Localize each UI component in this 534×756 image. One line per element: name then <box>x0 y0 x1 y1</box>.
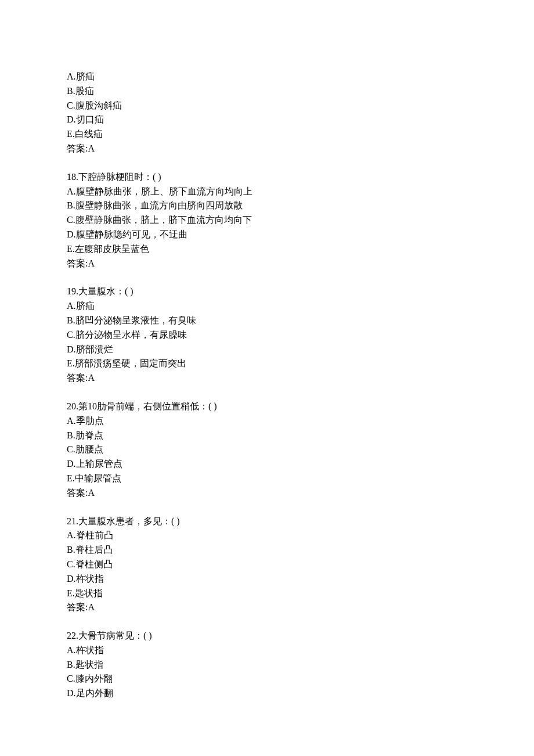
option-e: E.匙状指 <box>67 586 467 601</box>
question-text: 第10肋骨前端，右侧位置稍低：( ) <box>78 401 217 411</box>
option-text: 脊柱后凸 <box>75 545 113 555</box>
option-e: E.中输尿管点 <box>67 471 467 486</box>
option-c: C.肋腰点 <box>67 442 467 457</box>
option-letter: A <box>67 71 74 81</box>
question-block: 21.大量腹水患者，多见：( ) A.脊柱前凸 B.脊柱后凸 C.脊柱侧凸 D.… <box>67 514 467 615</box>
option-text: 肋脊点 <box>75 430 103 440</box>
option-text: 白线疝 <box>75 129 103 139</box>
question-stem: 19.大量腹水：( ) <box>67 285 467 299</box>
option-text: 上输尿管点 <box>76 459 122 469</box>
answer-label: 答案: <box>67 488 88 498</box>
option-letter: C <box>67 100 73 110</box>
question-number: 20. <box>67 401 78 411</box>
option-text: 切口疝 <box>76 114 104 124</box>
answer-line: 答案:A <box>67 600 467 615</box>
option-a: A.脐疝 <box>67 70 467 84</box>
answer-line: 答案:A <box>67 371 467 386</box>
option-text: 中输尿管点 <box>75 473 121 483</box>
option-d: D.腹壁静脉隐约可见，不迂曲 <box>67 228 467 242</box>
option-text: 左腹部皮肤呈蓝色 <box>75 244 149 254</box>
option-text: 脊柱侧凸 <box>75 559 113 569</box>
option-text: 脐疝 <box>76 71 95 81</box>
question-text: 大骨节病常见：( ) <box>78 631 152 640</box>
question-number: 19. <box>67 286 78 296</box>
option-b: B.股疝 <box>67 84 467 99</box>
option-letter: C <box>67 674 73 683</box>
answer-line: 答案:A <box>67 142 467 156</box>
option-text: 脊柱前凸 <box>76 530 113 540</box>
option-a: A.脊柱前凸 <box>67 528 467 543</box>
option-d: D.足内外翻 <box>67 686 467 701</box>
option-letter: C <box>67 330 73 340</box>
option-letter: C <box>67 215 73 225</box>
option-b: B.匙状指 <box>67 658 467 672</box>
answer-value: A <box>88 373 95 383</box>
option-letter: B <box>67 315 73 325</box>
question-number: 22. <box>67 631 78 640</box>
option-text: 肋腰点 <box>75 444 103 454</box>
option-e: E.左腹部皮肤呈蓝色 <box>67 242 467 257</box>
option-b: B.腹壁静脉曲张，血流方向由脐向四周放散 <box>67 199 467 213</box>
option-letter: D <box>67 459 74 469</box>
answer-value: A <box>88 602 95 612</box>
question-block: A.脐疝 B.股疝 C.腹股沟斜疝 D.切口疝 E.白线疝 答案:A <box>67 70 467 156</box>
option-text: 腹壁静脉曲张，血流方向由脐向四周放散 <box>75 200 243 210</box>
question-block: 19.大量腹水：( ) A.脐疝 B.脐凹分泌物呈浆液性，有臭味 C.脐分泌物呈… <box>67 285 467 386</box>
option-a: A.腹壁静脉曲张，脐上、脐下血流方向均向上 <box>67 185 467 199</box>
option-d: D.脐部溃烂 <box>67 343 467 357</box>
answer-label: 答案: <box>67 602 88 612</box>
option-letter: E <box>67 473 73 483</box>
question-text: 下腔静脉梗阻时：( ) <box>78 172 161 182</box>
option-letter: B <box>67 86 73 96</box>
question-stem: 22.大骨节病常见：( ) <box>67 629 467 643</box>
option-text: 匙状指 <box>75 588 103 598</box>
option-a: A.杵状指 <box>67 643 467 658</box>
option-letter: D <box>67 574 74 584</box>
option-text: 股疝 <box>75 86 94 96</box>
question-text: 大量腹水患者，多见：( ) <box>78 516 180 526</box>
option-e: E.白线疝 <box>67 127 467 142</box>
option-text: 季肋点 <box>76 416 104 426</box>
option-text: 脐凹分泌物呈浆液性，有臭味 <box>75 315 196 325</box>
option-letter: E <box>67 588 73 598</box>
option-letter: D <box>67 688 74 698</box>
option-text: 脐部溃疡坚硬，固定而突出 <box>75 358 186 368</box>
option-text: 腹壁静脉隐约可见，不迂曲 <box>76 229 187 239</box>
answer-value: A <box>88 258 95 268</box>
option-letter: E <box>67 129 73 139</box>
option-b: B.肋脊点 <box>67 429 467 443</box>
option-d: D.杵状指 <box>67 572 467 586</box>
question-block: 22.大骨节病常见：( ) A.杵状指 B.匙状指 C.膝内外翻 D.足内外翻 <box>67 629 467 701</box>
option-text: 脐部溃烂 <box>76 344 113 354</box>
option-text: 腹股沟斜疝 <box>75 100 122 110</box>
option-c: C.腹壁静脉曲张，脐上，脐下血流方向均向下 <box>67 213 467 228</box>
question-stem: 18.下腔静脉梗阻时：( ) <box>67 170 467 185</box>
option-text: 足内外翻 <box>76 688 113 698</box>
option-b: B.脊柱后凸 <box>67 543 467 557</box>
question-text: 大量腹水：( ) <box>78 286 134 296</box>
option-letter: A <box>67 186 74 196</box>
option-text: 匙状指 <box>75 660 103 669</box>
option-text: 杵状指 <box>76 645 104 655</box>
question-block: 20.第10肋骨前端，右侧位置稍低：( ) A.季肋点 B.肋脊点 C.肋腰点 … <box>67 399 467 501</box>
question-stem: 21.大量腹水患者，多见：( ) <box>67 514 467 529</box>
question-number: 21. <box>67 516 78 526</box>
option-c: C.腹股沟斜疝 <box>67 99 467 113</box>
option-d: D.上输尿管点 <box>67 457 467 471</box>
option-c: C.脊柱侧凸 <box>67 557 467 572</box>
option-letter: A <box>67 301 74 311</box>
question-stem: 20.第10肋骨前端，右侧位置稍低：( ) <box>67 399 467 414</box>
option-letter: E <box>67 358 73 368</box>
option-letter: A <box>67 530 74 540</box>
option-letter: D <box>67 344 74 354</box>
option-letter: C <box>67 444 73 454</box>
option-letter: A <box>67 645 74 655</box>
option-letter: B <box>67 545 73 555</box>
option-letter: E <box>67 244 73 254</box>
option-letter: D <box>67 114 74 124</box>
answer-value: A <box>88 488 95 498</box>
option-b: B.脐凹分泌物呈浆液性，有臭味 <box>67 314 467 328</box>
option-letter: B <box>67 430 73 440</box>
option-a: A.脐疝 <box>67 299 467 314</box>
answer-line: 答案:A <box>67 257 467 271</box>
